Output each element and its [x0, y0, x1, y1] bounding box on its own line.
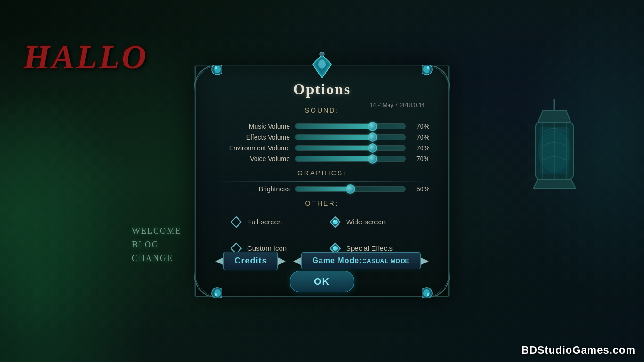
credits-arrow-right[interactable]: ▶: [278, 255, 286, 266]
gamemode-arrow-left[interactable]: ◀: [293, 255, 301, 266]
fullscreen-label: Full-screen: [247, 218, 282, 226]
gamemode-label: Game Mode:: [312, 256, 362, 264]
widescreen-label: Wide-screen: [346, 218, 386, 226]
music-volume-row: Music Volume 70%: [215, 123, 429, 130]
effects-volume-label: Effects Volume: [215, 133, 290, 141]
brightness-value: 50%: [411, 185, 429, 193]
divider-sound: [215, 119, 429, 119]
environment-volume-value: 70%: [411, 144, 429, 152]
svg-point-26: [333, 247, 335, 248]
effects-volume-track[interactable]: [295, 134, 406, 140]
music-volume-label: Music Volume: [215, 123, 290, 130]
credits-button-group[interactable]: ◀ Credits ▶: [215, 252, 286, 270]
svg-point-9: [318, 59, 326, 69]
options-dialog: Options 14.-1May 7 2018/0.14 SOUND: Musi…: [195, 66, 449, 297]
widescreen-checkbox[interactable]: [329, 216, 341, 228]
fullscreen-checkbox[interactable]: [230, 216, 242, 228]
gamemode-button[interactable]: Game Mode:CASUAL MODE: [301, 252, 420, 269]
gamemode-button-group[interactable]: ◀ Game Mode:CASUAL MODE ▶: [293, 252, 428, 269]
voice-volume-track[interactable]: [295, 156, 406, 162]
dialog-title: Options: [215, 81, 429, 98]
checkboxes-container: Full-screen Wide-screen: [215, 216, 429, 255]
effects-volume-row: Effects Volume 70%: [215, 133, 429, 141]
customicon-label: Custom Icon: [247, 244, 287, 252]
brightness-track[interactable]: [295, 186, 406, 192]
specialeffects-label: Special Effects: [346, 244, 393, 252]
gamemode-value: CASUAL MODE: [362, 258, 409, 264]
graphics-section-label: GRAPHICS:: [215, 169, 429, 177]
fullscreen-checkbox-item[interactable]: Full-screen: [230, 216, 315, 228]
voice-volume-label: Voice Volume: [215, 155, 290, 163]
svg-point-24: [333, 220, 335, 222]
credits-button[interactable]: Credits: [223, 252, 278, 270]
divider-graphics: [215, 181, 429, 182]
environment-volume-track[interactable]: [295, 145, 406, 151]
svg-point-12: [214, 66, 221, 73]
bottom-buttons: ◀ Credits ▶ ◀ Game Mode:CASUAL MODE ▶: [196, 252, 448, 270]
gamemode-arrow-right[interactable]: ▶: [421, 255, 429, 266]
widescreen-checkbox-item[interactable]: Wide-screen: [329, 216, 414, 228]
corner-tl: [194, 65, 222, 93]
voice-volume-row: Voice Volume 70%: [215, 155, 429, 163]
environment-volume-row: Environment Volume 70%: [215, 144, 429, 152]
voice-volume-value: 70%: [411, 155, 429, 163]
dialog-overlay: Options 14.-1May 7 2018/0.14 SOUND: Musi…: [0, 0, 644, 362]
svg-rect-10: [320, 52, 324, 56]
brightness-label: Brightness: [215, 185, 290, 193]
svg-point-13: [215, 66, 217, 69]
divider-other: [215, 212, 429, 212]
effects-volume-value: 70%: [411, 133, 429, 141]
ok-button-row: OK: [196, 271, 448, 292]
credits-arrow-left[interactable]: ◀: [215, 255, 223, 266]
environment-volume-label: Environment Volume: [215, 144, 290, 152]
music-volume-value: 70%: [411, 123, 429, 130]
svg-point-25: [333, 246, 338, 251]
top-gem-decoration: [310, 52, 334, 81]
other-section-label: OTHER:: [215, 199, 429, 207]
corner-tr: [422, 65, 450, 93]
ok-button[interactable]: OK: [290, 271, 354, 292]
brightness-row: Brightness 50%: [215, 185, 429, 193]
svg-point-23: [333, 220, 338, 224]
version-text: 14.-1May 7 2018/0.14: [370, 102, 425, 108]
music-volume-track[interactable]: [295, 123, 406, 129]
